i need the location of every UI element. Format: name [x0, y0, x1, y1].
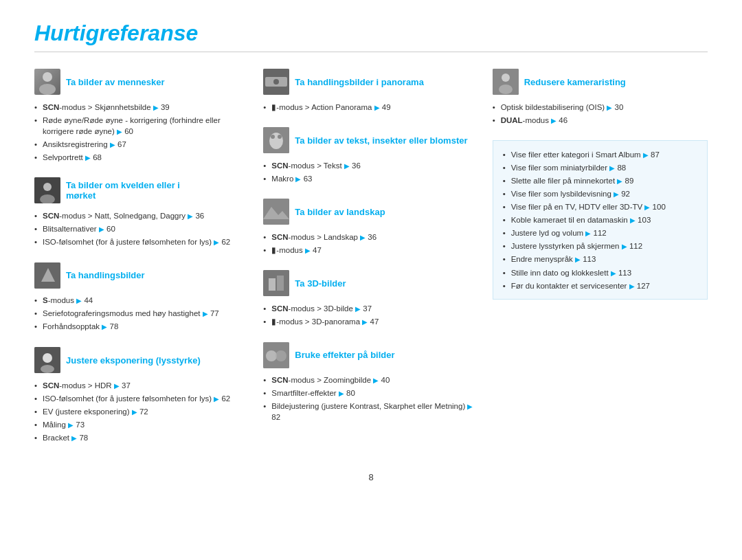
list-item: Røde øyne/Røde øyne - korrigering (forhi…: [34, 113, 249, 137]
svg-point-8: [43, 353, 52, 363]
info-box-list: Vise filer etter kategori i Smart Album …: [503, 148, 697, 292]
section-effects-title: Bruke effekter på bilder: [295, 350, 394, 360]
section-text-title: Ta bilder av tekst, insekter eller bloms…: [295, 135, 467, 146]
list-item: Måling ▶ 73: [34, 418, 249, 431]
section-panorama-title: Ta handlingsbilder i panorama: [295, 77, 424, 87]
list-item: Seriefotograferingsmodus med høy hastigh…: [34, 307, 249, 320]
section-landscape: Ta bilder av landskap SCN-modus > Landsk…: [263, 199, 478, 256]
section-night-title: Ta bilder om kvelden eller imørket: [66, 180, 180, 201]
list-item: Bildejustering (justere Kontrast, Skarph…: [263, 400, 478, 424]
list-item: Stille inn dato og klokkeslett ▶ 113: [503, 266, 697, 279]
page-number: 8: [34, 472, 708, 482]
list-item: SCN-modus > Tekst ▶ 36: [263, 159, 478, 172]
svg-point-14: [269, 133, 283, 149]
svg-point-12: [273, 79, 279, 85]
section-night-header: Ta bilder om kvelden eller imørket: [34, 177, 249, 203]
section-landscape-header: Ta bilder av landskap: [263, 199, 478, 225]
section-3d-list: SCN-modus > 3D-bilde ▶ 37 ▮-modus > 3D-p…: [263, 302, 478, 328]
section-text-header: Ta bilder av tekst, insekter eller bloms…: [263, 127, 478, 153]
section-effects-header: Bruke effekter på bilder: [263, 342, 478, 368]
list-item: Ansiktsregistrering ▶ 67: [34, 137, 249, 150]
list-item: SCN-modus > HDR ▶ 37: [34, 379, 249, 392]
section-reduce-list: Optisk bildestabilisering (OIS) ▶ 30 DUA…: [493, 100, 708, 126]
list-item: Vise filer på en TV, HDTV eller 3D-TV ▶ …: [503, 201, 697, 214]
section-panorama-icon: [263, 69, 289, 95]
section-people-icon: [34, 69, 60, 95]
section-reduce-title: Redusere kameraristing: [524, 77, 626, 87]
list-item: Smartfilter-effekter ▶ 80: [263, 387, 478, 400]
list-item: SCN-modus > Skjønnhetsbilde ▶ 39: [34, 100, 249, 113]
list-item: Bracket ▶ 78: [34, 431, 249, 444]
list-item: Slette alle filer på minnekortet ▶ 89: [503, 174, 697, 187]
section-effects-icon: [263, 342, 289, 368]
column-left: Ta bilder av mennesker SCN-modus > Skjøn…: [34, 69, 249, 458]
list-item: Justere lyd og volum ▶ 112: [503, 227, 697, 240]
section-effects: Bruke effekter på bilder SCN-modus > Zoo…: [263, 342, 478, 424]
list-item: Makro ▶ 63: [263, 172, 478, 185]
section-landscape-list: SCN-modus > Landskap ▶ 36 ▮-modus ▶ 47: [263, 230, 478, 256]
list-item: EV (justere eksponering) ▶ 72: [34, 405, 249, 418]
section-3d-title: Ta 3D-bilder: [295, 278, 346, 289]
section-reduce: Redusere kameraristing Optisk bildestabi…: [493, 69, 708, 126]
list-item: Vise filer som lysbildevisning ▶ 92: [503, 187, 697, 200]
section-action-title: Ta handlingsbilder: [66, 270, 145, 280]
svg-point-9: [41, 365, 54, 373]
list-item: Blitsalternativer ▶ 60: [34, 223, 249, 236]
section-exposure-icon: [34, 347, 60, 373]
svg-rect-19: [263, 270, 289, 296]
page-title: Hurtigreferanse: [34, 21, 708, 46]
svg-rect-17: [263, 199, 289, 225]
title-divider: [34, 52, 708, 52]
list-item: Koble kameraet til en datamaskin ▶ 103: [503, 214, 697, 227]
list-item: ISO-følsomhet (for å justere følsomheten…: [34, 236, 249, 249]
section-people-header: Ta bilder av mennesker: [34, 69, 249, 95]
list-item: DUAL-modus ▶ 46: [493, 113, 708, 126]
section-landscape-icon: [263, 199, 289, 225]
section-action-list: S-modus ▶ 44 Seriefotograferingsmodus me…: [34, 294, 249, 333]
section-action-header: Ta handlingsbilder: [34, 262, 249, 289]
section-night-list: SCN-modus > Natt, Solnedgang, Daggry ▶ 3…: [34, 209, 249, 248]
section-exposure-header: Justere eksponering (lysstyrke): [34, 347, 249, 373]
section-night: Ta bilder om kvelden eller imørket SCN-m…: [34, 177, 249, 248]
svg-rect-20: [269, 278, 276, 291]
section-3d-icon: [263, 270, 289, 296]
svg-point-16: [278, 135, 282, 139]
list-item: Selvportrett ▶ 68: [34, 150, 249, 164]
list-item: Vise filer etter kategori i Smart Album …: [503, 148, 697, 161]
section-text-list: SCN-modus > Tekst ▶ 36 Makro ▶ 63: [263, 159, 478, 185]
list-item: Før du kontakter et servicesenter ▶ 127: [503, 279, 697, 292]
svg-point-24: [276, 350, 286, 361]
svg-point-23: [266, 350, 277, 361]
section-people-list: SCN-modus > Skjønnhetsbilde ▶ 39 Røde øy…: [34, 100, 249, 164]
svg-point-26: [502, 74, 510, 82]
section-night-icon: [34, 177, 60, 203]
section-reduce-header: Redusere kameraristing: [493, 69, 708, 95]
list-item: SCN-modus > Zoomingbilde ▶ 40: [263, 374, 478, 387]
list-item: SCN-modus > Landskap ▶ 36: [263, 230, 478, 243]
content-grid: Ta bilder av mennesker SCN-modus > Skjøn…: [34, 69, 708, 458]
list-item: ▮-modus ▶ 47: [263, 243, 478, 256]
column-right: Redusere kameraristing Optisk bildestabi…: [493, 69, 708, 458]
svg-point-3: [43, 183, 52, 191]
section-exposure-title: Justere eksponering (lysstyrke): [66, 355, 201, 366]
section-3d: Ta 3D-bilder SCN-modus > 3D-bilde ▶ 37 ▮…: [263, 270, 478, 328]
section-people: Ta bilder av mennesker SCN-modus > Skjøn…: [34, 69, 249, 164]
section-text-icon: [263, 127, 289, 153]
section-exposure: Justere eksponering (lysstyrke) SCN-modu…: [34, 347, 249, 444]
section-reduce-icon: [493, 69, 519, 95]
info-box: Vise filer etter kategori i Smart Album …: [493, 140, 708, 300]
column-middle: Ta handlingsbilder i panorama ▮-modus > …: [263, 69, 478, 458]
svg-point-1: [39, 84, 56, 95]
list-item: ▮-modus > Action Panorama ▶ 49: [263, 100, 478, 113]
section-people-title: Ta bilder av mennesker: [66, 77, 165, 87]
list-item: SCN-modus > 3D-bilde ▶ 37: [263, 302, 478, 315]
svg-point-27: [499, 85, 513, 94]
list-item: ISO-følsomhet (for å justere følsomheten…: [34, 392, 249, 405]
section-text: Ta bilder av tekst, insekter eller bloms…: [263, 127, 478, 185]
section-panorama-header: Ta handlingsbilder i panorama: [263, 69, 478, 95]
list-item: Optisk bildestabilisering (OIS) ▶ 30: [493, 100, 708, 113]
list-item: SCN-modus > Natt, Solnedgang, Daggry ▶ 3…: [34, 209, 249, 222]
section-effects-list: SCN-modus > Zoomingbilde ▶ 40 Smartfilte…: [263, 374, 478, 424]
svg-point-15: [271, 135, 275, 139]
list-item: Justere lysstyrken på skjermen ▶ 112: [503, 240, 697, 253]
